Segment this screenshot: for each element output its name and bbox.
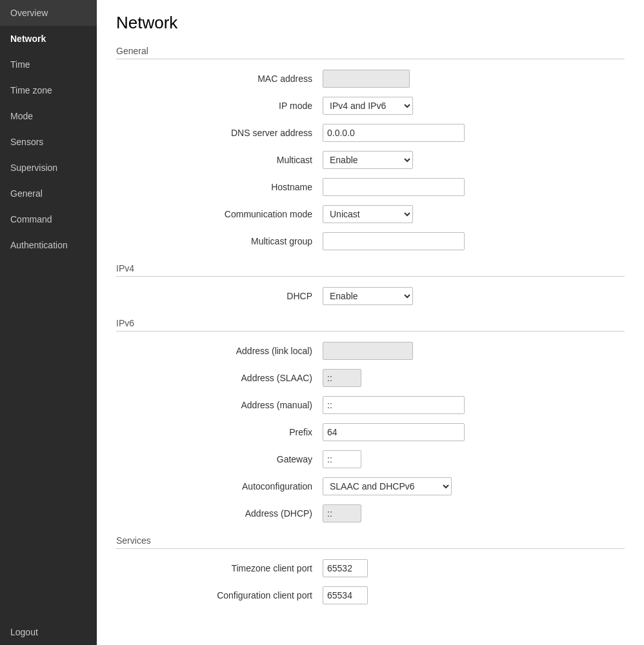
address-dhcp-row: Address (DHCP) bbox=[116, 504, 625, 522]
sidebar-item-authentication[interactable]: Authentication bbox=[0, 232, 97, 258]
timezone-client-port-input[interactable] bbox=[323, 559, 368, 577]
gateway-input[interactable] bbox=[323, 450, 361, 468]
gateway-row: Gateway bbox=[116, 450, 625, 468]
sidebar-item-network[interactable]: Network bbox=[0, 26, 97, 52]
dns-server-input[interactable] bbox=[323, 124, 465, 142]
section-ipv6-header: IPv6 bbox=[116, 318, 625, 332]
hostname-label: Hostname bbox=[116, 182, 323, 192]
ip-mode-label: IP mode bbox=[116, 101, 323, 111]
configuration-client-port-row: Configuration client port bbox=[116, 586, 625, 604]
multicast-row: Multicast Enable Disable bbox=[116, 151, 625, 169]
section-general-header: General bbox=[116, 46, 625, 59]
ip-mode-select[interactable]: IPv4 and IPv6 IPv4 only IPv6 only bbox=[323, 97, 413, 115]
mac-address-row: MAC address bbox=[116, 70, 625, 88]
ip-mode-row: IP mode IPv4 and IPv6 IPv4 only IPv6 onl… bbox=[116, 97, 625, 115]
dns-server-label: DNS server address bbox=[116, 128, 323, 138]
sidebar-item-mode[interactable]: Mode bbox=[0, 103, 97, 129]
sidebar-item-supervision[interactable]: Supervision bbox=[0, 155, 97, 181]
mac-address-input[interactable] bbox=[323, 70, 410, 88]
sidebar-item-command[interactable]: Command bbox=[0, 206, 97, 232]
multicast-group-row: Multicast group bbox=[116, 232, 625, 250]
address-slaac-label: Address (SLAAC) bbox=[116, 373, 323, 383]
timezone-client-port-row: Timezone client port bbox=[116, 559, 625, 577]
section-services-header: Services bbox=[116, 535, 625, 549]
address-manual-input[interactable] bbox=[323, 396, 465, 414]
address-manual-label: Address (manual) bbox=[116, 400, 323, 410]
mac-address-label: MAC address bbox=[116, 74, 323, 84]
address-link-local-input[interactable] bbox=[323, 342, 413, 360]
sidebar-item-timezone[interactable]: Time zone bbox=[0, 77, 97, 103]
prefix-label: Prefix bbox=[116, 427, 323, 437]
multicast-label: Multicast bbox=[116, 155, 323, 165]
sidebar-logout[interactable]: Logout bbox=[0, 619, 97, 645]
main-content: Network General MAC address IP mode IPv4… bbox=[97, 0, 644, 645]
dhcp-select[interactable]: Enable Disable bbox=[323, 287, 413, 305]
prefix-input[interactable] bbox=[323, 423, 465, 441]
prefix-row: Prefix bbox=[116, 423, 625, 441]
address-dhcp-label: Address (DHCP) bbox=[116, 508, 323, 519]
address-manual-row: Address (manual) bbox=[116, 396, 625, 414]
address-dhcp-input[interactable] bbox=[323, 504, 361, 522]
multicast-group-input[interactable] bbox=[323, 232, 465, 250]
configuration-client-port-label: Configuration client port bbox=[116, 590, 323, 600]
section-ipv4-header: IPv4 bbox=[116, 263, 625, 277]
sidebar-item-time[interactable]: Time bbox=[0, 52, 97, 77]
address-link-local-row: Address (link local) bbox=[116, 342, 625, 360]
timezone-client-port-label: Timezone client port bbox=[116, 563, 323, 573]
autoconfiguration-label: Autoconfiguration bbox=[116, 481, 323, 491]
address-link-local-label: Address (link local) bbox=[116, 346, 323, 356]
multicast-group-label: Multicast group bbox=[116, 236, 323, 246]
dhcp-row: DHCP Enable Disable bbox=[116, 287, 625, 305]
gateway-label: Gateway bbox=[116, 454, 323, 464]
address-slaac-row: Address (SLAAC) bbox=[116, 369, 625, 387]
sidebar-item-overview[interactable]: Overview bbox=[0, 0, 97, 26]
dns-server-row: DNS server address bbox=[116, 124, 625, 142]
sidebar: Overview Network Time Time zone Mode Sen… bbox=[0, 0, 97, 645]
configuration-client-port-input[interactable] bbox=[323, 586, 368, 604]
multicast-select[interactable]: Enable Disable bbox=[323, 151, 413, 169]
sidebar-item-sensors[interactable]: Sensors bbox=[0, 129, 97, 155]
communication-mode-row: Communication mode Unicast Multicast bbox=[116, 205, 625, 223]
dhcp-label: DHCP bbox=[116, 291, 323, 301]
communication-mode-select[interactable]: Unicast Multicast bbox=[323, 205, 413, 223]
communication-mode-label: Communication mode bbox=[116, 209, 323, 219]
hostname-input[interactable] bbox=[323, 178, 465, 196]
autoconfiguration-select[interactable]: SLAAC and DHCPv6 SLAAC only DHCPv6 only bbox=[323, 477, 452, 495]
autoconfiguration-row: Autoconfiguration SLAAC and DHCPv6 SLAAC… bbox=[116, 477, 625, 495]
sidebar-item-general[interactable]: General bbox=[0, 181, 97, 206]
page-title: Network bbox=[116, 13, 625, 33]
address-slaac-input[interactable] bbox=[323, 369, 361, 387]
hostname-row: Hostname bbox=[116, 178, 625, 196]
